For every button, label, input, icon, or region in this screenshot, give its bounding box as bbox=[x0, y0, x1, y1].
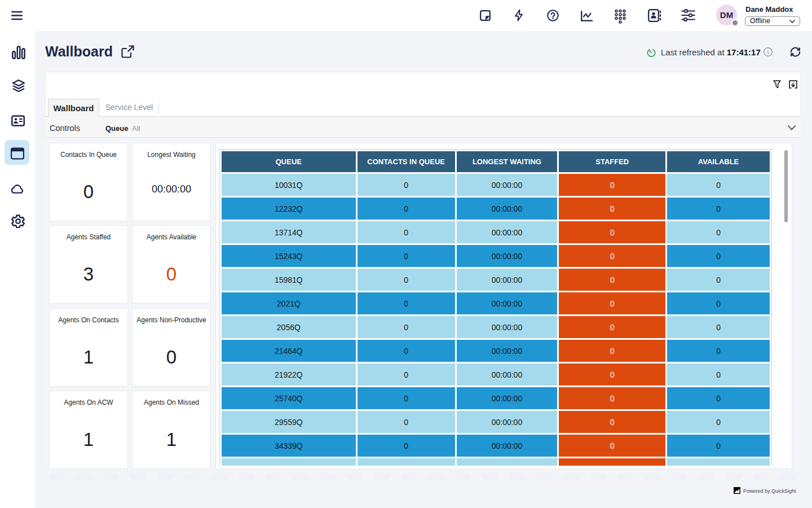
svg-text:i: i bbox=[767, 49, 769, 55]
